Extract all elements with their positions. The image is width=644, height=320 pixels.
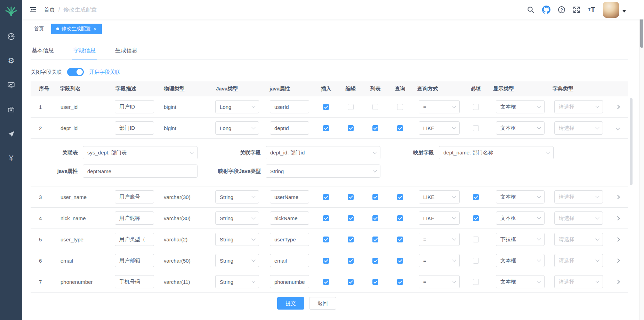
edit-checkbox[interactable]	[348, 237, 354, 242]
sidebar-item-settings[interactable]: ⚙	[8, 56, 15, 65]
field-desc-input[interactable]	[115, 275, 154, 288]
expand-row-icon[interactable]	[615, 280, 620, 284]
query-mode-select[interactable]: LIKE	[419, 211, 460, 225]
list-checkbox[interactable]	[372, 279, 378, 285]
expand-row-icon[interactable]	[615, 105, 620, 109]
search-icon[interactable]	[527, 6, 534, 14]
relation-column-select[interactable]: dept_id: 部门id	[266, 146, 380, 159]
java-prop-input[interactable]	[270, 100, 309, 113]
edit-checkbox[interactable]	[348, 194, 354, 200]
list-checkbox[interactable]	[372, 237, 378, 242]
font-size-icon[interactable]: TT	[588, 6, 595, 14]
insert-checkbox[interactable]	[323, 237, 329, 242]
field-desc-input[interactable]	[115, 233, 154, 246]
display-type-select[interactable]: 文本框	[496, 190, 545, 203]
java-prop-input[interactable]	[270, 121, 309, 135]
java-prop-input[interactable]	[270, 233, 309, 246]
display-type-select[interactable]: 文本框	[496, 100, 545, 113]
query-checkbox[interactable]	[397, 258, 403, 264]
query-mode-select[interactable]: =	[419, 233, 460, 246]
edit-checkbox[interactable]	[348, 279, 354, 285]
list-checkbox[interactable]	[372, 215, 378, 221]
query-mode-select[interactable]: =	[419, 254, 460, 267]
close-icon[interactable]: ×	[94, 26, 97, 32]
app-logo-icon[interactable]	[5, 3, 17, 19]
field-desc-input[interactable]	[115, 100, 154, 113]
field-desc-input[interactable]	[115, 121, 154, 135]
insert-checkbox[interactable]	[323, 104, 329, 110]
java-prop-input[interactable]	[270, 254, 309, 267]
sidebar-item-dashboard[interactable]	[7, 32, 15, 41]
field-desc-input[interactable]	[115, 190, 154, 203]
expand-row-icon[interactable]	[615, 195, 620, 199]
java-type-select[interactable]: String	[215, 254, 259, 267]
breadcrumb-home[interactable]: 首页	[44, 6, 55, 14]
dict-type-select[interactable]: 请选择	[554, 121, 603, 135]
query-mode-select[interactable]: =	[419, 100, 460, 113]
sidebar-item-finance[interactable]: ¥	[9, 154, 13, 163]
java-type-select[interactable]: String	[215, 190, 259, 203]
java-type-select[interactable]: String	[215, 233, 259, 246]
dict-type-select[interactable]: 请选择	[554, 275, 603, 288]
avatar[interactable]	[603, 2, 619, 18]
query-checkbox[interactable]	[397, 194, 403, 200]
java-type-select[interactable]: Long	[215, 100, 259, 113]
display-type-select[interactable]: 文本框	[496, 211, 545, 225]
tab-basic-info[interactable]: 基本信息	[31, 43, 55, 59]
java-type-select[interactable]: String	[215, 275, 259, 288]
query-checkbox[interactable]	[397, 104, 403, 110]
relation-table-select[interactable]: sys_dept: 部门表	[83, 146, 198, 159]
chevron-down-icon[interactable]	[622, 10, 626, 14]
display-type-select[interactable]: 文本框	[496, 275, 545, 288]
edit-checkbox[interactable]	[348, 125, 354, 131]
sidebar-item-toolbox[interactable]	[7, 105, 15, 114]
dict-type-select[interactable]: 请选择	[554, 233, 603, 246]
relation-java-prop-input[interactable]	[83, 165, 198, 178]
java-prop-input[interactable]	[270, 211, 309, 225]
expand-row-icon[interactable]	[615, 216, 620, 221]
mapping-column-select[interactable]: dept_name: 部门名称	[439, 146, 554, 159]
required-checkbox[interactable]	[473, 258, 479, 264]
expand-row-icon[interactable]	[615, 258, 620, 263]
list-checkbox[interactable]	[372, 104, 378, 110]
page-scrollbar[interactable]	[639, 0, 644, 320]
required-checkbox[interactable]	[473, 279, 479, 285]
field-desc-input[interactable]	[115, 254, 154, 267]
display-type-select[interactable]: 文本框	[496, 254, 545, 267]
tag-current[interactable]: 修改生成配置 ×	[51, 24, 102, 34]
mapping-java-type-select[interactable]: String	[266, 165, 380, 178]
required-checkbox[interactable]	[473, 125, 479, 131]
java-type-select[interactable]: String	[215, 211, 259, 225]
help-icon[interactable]: ?	[558, 6, 565, 13]
insert-checkbox[interactable]	[323, 194, 329, 200]
expand-row-icon[interactable]	[615, 126, 620, 130]
required-checkbox[interactable]	[473, 104, 479, 110]
display-type-select[interactable]: 文本框	[496, 121, 545, 135]
tab-generate-info[interactable]: 生成信息	[114, 43, 138, 59]
insert-checkbox[interactable]	[323, 125, 329, 131]
query-checkbox[interactable]	[397, 125, 403, 131]
list-checkbox[interactable]	[372, 258, 378, 264]
insert-checkbox[interactable]	[323, 279, 329, 285]
edit-checkbox[interactable]	[348, 104, 354, 110]
sidebar-item-send[interactable]	[7, 129, 15, 138]
required-checkbox[interactable]	[473, 237, 479, 242]
java-prop-input[interactable]	[270, 190, 309, 203]
table-scrollbar-thumb[interactable]	[630, 98, 633, 185]
edit-checkbox[interactable]	[348, 258, 354, 264]
query-mode-select[interactable]: LIKE	[419, 190, 460, 203]
dict-type-select[interactable]: 请选择	[554, 190, 603, 203]
list-checkbox[interactable]	[372, 125, 378, 131]
java-prop-input[interactable]	[270, 275, 309, 288]
back-button[interactable]: 返回	[309, 297, 336, 310]
tab-field-info[interactable]: 字段信息	[72, 43, 97, 59]
sidebar-collapse-icon[interactable]	[29, 6, 37, 14]
query-checkbox[interactable]	[397, 279, 403, 285]
display-type-select[interactable]: 下拉框	[496, 233, 545, 246]
fullscreen-icon[interactable]	[573, 6, 580, 14]
github-icon[interactable]	[542, 6, 550, 14]
query-mode-select[interactable]: LIKE	[419, 121, 460, 135]
expand-row-icon[interactable]	[615, 237, 620, 242]
insert-checkbox[interactable]	[323, 258, 329, 264]
dict-type-select[interactable]: 请选择	[554, 254, 603, 267]
